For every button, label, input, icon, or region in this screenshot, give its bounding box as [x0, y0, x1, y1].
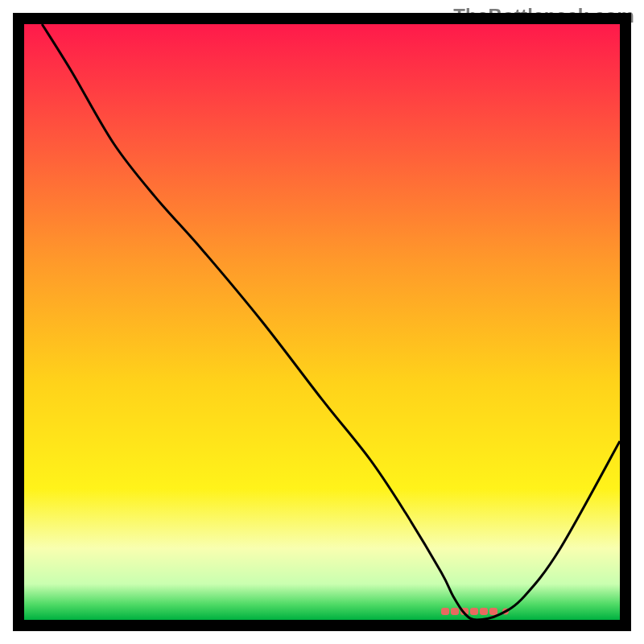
bottleneck-chart — [0, 0, 644, 644]
svg-rect-4 — [470, 608, 478, 615]
svg-rect-2 — [451, 608, 459, 615]
gradient-background — [24, 24, 620, 620]
chart-container: TheBottleneck.com — [0, 0, 644, 644]
svg-rect-6 — [489, 608, 497, 615]
svg-rect-1 — [441, 608, 449, 615]
svg-rect-5 — [480, 608, 488, 615]
